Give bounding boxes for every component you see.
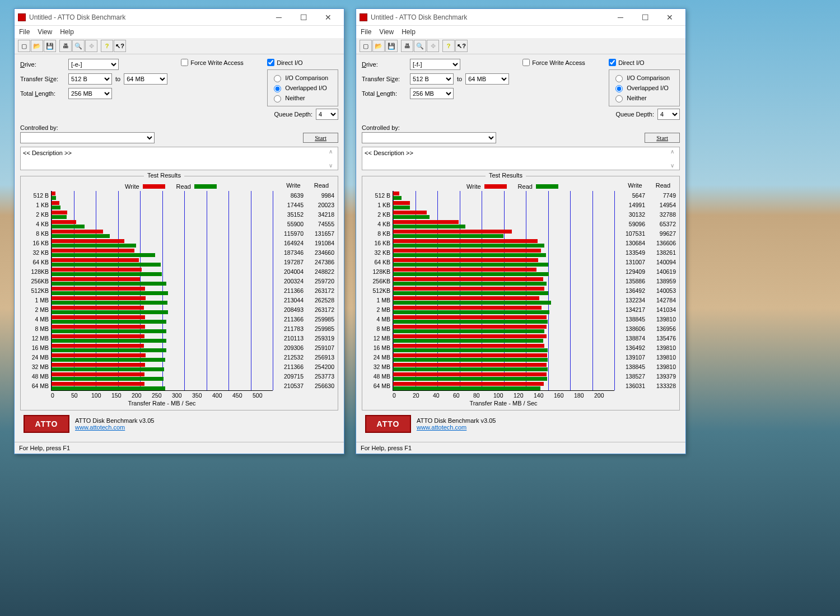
titlebar[interactable]: Untitled - ATTO Disk Benchmark ─ ☐ ✕	[356, 9, 685, 26]
description-box[interactable]: << Description >> ∧∨	[20, 147, 338, 170]
move-icon[interactable]: ✥	[427, 40, 439, 52]
row-label: 24 MB	[366, 353, 390, 362]
scroll-down-icon[interactable]: ∨	[670, 162, 678, 169]
read-bar	[393, 320, 548, 324]
write-bar	[52, 363, 145, 367]
overlapped-io-radio[interactable]	[274, 85, 281, 92]
row-label: 2 MB	[24, 305, 49, 315]
write-bar	[52, 230, 103, 234]
print-icon[interactable]: 🖶	[401, 40, 413, 52]
menu-item[interactable]: View	[379, 28, 394, 36]
print-icon[interactable]: 🖶	[59, 40, 72, 52]
description-box[interactable]: << Description >> ∧∨	[362, 147, 680, 170]
overlapped-io-radio[interactable]	[615, 85, 623, 92]
new-icon[interactable]: ▢	[18, 40, 30, 52]
write-bar	[52, 192, 55, 195]
menu-item[interactable]: File	[19, 28, 30, 36]
help-icon[interactable]: ?	[442, 40, 455, 52]
read-bar	[393, 272, 549, 276]
force-write-checkbox[interactable]	[181, 59, 188, 66]
close-button[interactable]: ✕	[316, 10, 340, 25]
start-button[interactable]: Start	[645, 133, 680, 143]
help-icon[interactable]: ?	[101, 40, 113, 52]
total-length-select[interactable]: 256 MB	[410, 88, 454, 99]
minimize-button[interactable]: ─	[608, 10, 633, 25]
x-axis-ticks: 050100150200250300350400450500	[51, 392, 273, 399]
menubar[interactable]: FileViewHelp	[15, 26, 344, 38]
row-label: 8 KB	[366, 229, 390, 239]
save-icon[interactable]: 💾	[44, 40, 56, 52]
minimize-button[interactable]: ─	[267, 10, 291, 25]
force-write-checkbox[interactable]	[522, 59, 530, 66]
direct-io-label: Direct I/O	[618, 59, 644, 66]
close-button[interactable]: ✕	[657, 10, 682, 25]
write-bar	[52, 268, 142, 272]
scroll-up-icon[interactable]: ∧	[670, 148, 678, 155]
transfer-size-label: Transfer Size:	[362, 76, 407, 82]
row-label: 64 MB	[24, 381, 49, 391]
queue-depth-select[interactable]: 4	[316, 109, 338, 120]
neither-radio[interactable]	[274, 95, 281, 102]
write-bar	[52, 353, 146, 357]
transfer-min-select[interactable]: 512 B	[68, 73, 112, 85]
write-bar	[393, 230, 512, 234]
brand-url[interactable]: www.attotech.com	[75, 424, 125, 431]
controlled-by-select[interactable]	[20, 132, 155, 143]
read-bar	[393, 253, 546, 257]
titlebar[interactable]: Untitled - ATTO Disk Benchmark ─ ☐ ✕	[15, 9, 344, 26]
new-icon[interactable]: ▢	[360, 40, 372, 52]
preview-icon[interactable]: 🔍	[414, 40, 426, 52]
menu-item[interactable]: Help	[60, 28, 74, 36]
open-icon[interactable]: 📂	[31, 40, 43, 52]
total-length-label: Total Length:	[362, 90, 407, 97]
queue-depth-select[interactable]: 4	[657, 109, 680, 120]
write-bar	[52, 306, 144, 310]
controlled-by-select[interactable]	[362, 132, 496, 143]
direct-io-checkbox[interactable]	[267, 59, 274, 66]
total-length-select[interactable]: 256 MB	[68, 88, 112, 99]
write-bar	[52, 201, 59, 205]
write-bar	[393, 372, 547, 376]
maximize-button[interactable]: ☐	[633, 10, 657, 25]
read-bar	[52, 291, 168, 295]
row-label: 16 KB	[24, 239, 49, 248]
open-icon[interactable]: 📂	[372, 40, 385, 52]
menubar[interactable]: FileViewHelp	[356, 26, 685, 38]
write-bar	[393, 363, 547, 367]
direct-io-checkbox[interactable]	[609, 59, 616, 66]
whatsthis-icon[interactable]: ↖?	[455, 40, 468, 52]
transfer-max-select[interactable]: 64 MB	[465, 73, 509, 85]
scroll-down-icon[interactable]: ∨	[329, 162, 337, 169]
save-icon[interactable]: 💾	[385, 40, 398, 52]
menu-item[interactable]: File	[361, 28, 371, 36]
write-col-header: Write	[628, 182, 642, 190]
read-bar	[393, 358, 548, 362]
io-mode-group: I/O Comparison Overlapped I/O Neither	[267, 69, 338, 106]
transfer-min-select[interactable]: 512 B	[410, 73, 454, 85]
maximize-button[interactable]: ☐	[291, 10, 316, 25]
app-window: Untitled - ATTO Disk Benchmark ─ ☐ ✕ Fil…	[14, 8, 344, 454]
read-bar	[52, 320, 166, 324]
drive-label: Drive:	[362, 61, 407, 68]
read-bar	[52, 263, 161, 267]
app-icon	[360, 13, 367, 21]
drive-select[interactable]: [-f-]	[410, 59, 460, 70]
row-label: 128KB	[366, 267, 390, 277]
row-label: 32 MB	[366, 362, 390, 372]
scroll-up-icon[interactable]: ∧	[329, 148, 337, 155]
io-comparison-radio[interactable]	[274, 75, 281, 82]
menu-item[interactable]: View	[38, 28, 52, 36]
transfer-max-select[interactable]: 64 MB	[124, 73, 167, 85]
start-button[interactable]: Start	[303, 133, 338, 143]
row-label: 32 KB	[366, 248, 390, 258]
move-icon[interactable]: ✥	[85, 40, 97, 52]
brand-url[interactable]: www.attotech.com	[417, 424, 466, 431]
preview-icon[interactable]: 🔍	[72, 40, 85, 52]
menu-item[interactable]: Help	[402, 28, 416, 36]
drive-select[interactable]: [-e-]	[68, 59, 119, 70]
y-labels: 512 B1 KB2 KB4 KB8 KB16 KB32 KB64 KB128K…	[366, 191, 393, 407]
row-label: 24 MB	[24, 353, 49, 362]
whatsthis-icon[interactable]: ↖?	[114, 40, 126, 52]
io-comparison-radio[interactable]	[615, 75, 623, 82]
neither-radio[interactable]	[615, 95, 623, 102]
